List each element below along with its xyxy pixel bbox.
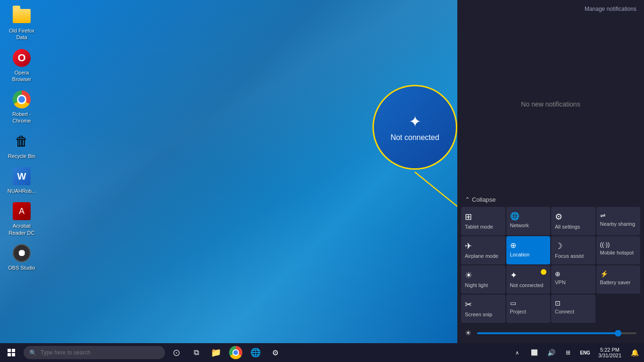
qa-tile-connect[interactable]: ⊡ Connect: [551, 295, 595, 323]
qa-label: Night light: [465, 282, 488, 288]
collapse-icon: ⌃: [465, 196, 470, 203]
desktop-icon-old-firefox-data[interactable]: Old Firefox Data: [5, 5, 39, 43]
acrobat-icon: A: [12, 202, 31, 221]
notification-icon: 🔔: [631, 349, 639, 356]
qa-tile-nearby-sharing[interactable]: ⇌ Nearby sharing: [596, 207, 641, 235]
system-tray: ∧ ⬜ 🔊 ⊞ ENG 5:22 PM 3/31/2021 🔔: [510, 343, 644, 362]
manage-notifications-link[interactable]: Manage notifications: [585, 6, 636, 12]
qa-label: Tablet mode: [465, 224, 493, 230]
qa-tile-project[interactable]: ▭ Project: [506, 295, 551, 323]
show-hidden-icons-button[interactable]: ∧: [510, 343, 525, 362]
focus-assist-icon: ☽: [555, 241, 562, 251]
taskbar-cortana-icon[interactable]: ⊙: [167, 343, 186, 362]
desktop-icon-recycle-bin[interactable]: 🗑 Recycle Bin: [5, 130, 39, 161]
airplane-mode-icon: ✈: [465, 241, 472, 251]
desktop-icon-label: OBS Studio: [8, 264, 35, 271]
desktop-icon-robert-chrome[interactable]: Robert - Chrome: [5, 88, 39, 126]
qa-label: Project: [510, 309, 526, 315]
qa-tile-vpn[interactable]: ⊕ VPN: [551, 265, 595, 294]
bluetooth-badge: [541, 269, 546, 275]
qa-label: All settings: [555, 224, 580, 230]
quick-actions-grid: ⊞ Tablet mode 🌐 Network ⚙ All settings ⇌…: [459, 207, 642, 323]
tray-icon-volume[interactable]: 🔊: [544, 343, 559, 362]
qa-tile-battery-saver[interactable]: ⚡ Battery saver: [596, 265, 641, 294]
desktop-icon-acrobat-reader[interactable]: A Acrobat Reader DC: [5, 200, 39, 238]
desktop-icon-label: Recycle Bin: [8, 153, 35, 159]
tablet-mode-icon: ⊞: [465, 212, 472, 222]
nearby-sharing-icon: ⇌: [600, 212, 606, 219]
date-text: 3/31/2021: [598, 353, 621, 358]
qa-label: Connect: [555, 309, 574, 315]
language-label: ENG: [580, 350, 590, 355]
vpn-icon: ⊕: [555, 270, 561, 278]
qa-label: Battery saver: [600, 280, 631, 286]
qa-tile-night-light[interactable]: ☀ Night light: [461, 265, 505, 294]
qa-label: Mobile hotspot: [600, 250, 634, 256]
action-center-button[interactable]: 🔔: [627, 343, 642, 362]
qa-tile-bluetooth-not-connected[interactable]: ✦ Not connected: [506, 265, 551, 294]
qa-tile-network[interactable]: 🌐 Network: [506, 207, 551, 235]
desktop-icon-label: Acrobat Reader DC: [7, 222, 37, 236]
tray-icon-language[interactable]: ENG: [578, 343, 593, 362]
brightness-slider[interactable]: [477, 332, 636, 334]
folder-icon: [12, 7, 31, 25]
battery-saver-icon: ⚡: [600, 270, 608, 278]
desktop-icon-label: Opera Browser: [7, 69, 37, 83]
taskbar-task-view-icon[interactable]: ⧉: [187, 343, 206, 362]
brightness-row: ☀: [457, 323, 644, 343]
recycle-bin-icon: 🗑: [12, 132, 31, 151]
tray-icon-network[interactable]: ⊞: [561, 343, 576, 362]
qa-tile-location[interactable]: ⊕ Location: [506, 236, 551, 264]
qa-tile-all-settings[interactable]: ⚙ All settings: [551, 207, 595, 235]
zoom-annotation-circle: ✦ Not connected: [372, 85, 457, 170]
opera-icon: O: [12, 49, 31, 67]
desktop-icon-obs-studio[interactable]: ⏺ OBS Studio: [5, 242, 39, 273]
desktop-icon-opera-browser[interactable]: O Opera Browser: [5, 47, 39, 85]
taskbar-settings-icon[interactable]: ⚙: [266, 343, 285, 362]
start-button[interactable]: [0, 343, 23, 362]
desktop: Old Firefox Data O Opera Browser Robert …: [0, 0, 457, 343]
location-icon: ⊕: [510, 241, 516, 250]
bluetooth-icon: ✦: [510, 270, 517, 280]
tray-icon-hardware[interactable]: ⬜: [527, 343, 542, 362]
collapse-button[interactable]: ⌃ Collapse: [457, 192, 644, 207]
mobile-hotspot-icon: ((·)): [600, 241, 610, 248]
action-center-header: Manage notifications: [457, 0, 644, 16]
desktop-icon-nuah-rob[interactable]: W NUAHRob...: [5, 165, 39, 196]
chrome-icon: [12, 90, 31, 109]
no-notifications-message: No new notifications: [457, 16, 644, 192]
time-text: 5:22 PM: [600, 347, 619, 353]
qa-label: Focus assist: [555, 253, 584, 259]
qa-tile-airplane-mode[interactable]: ✈ Airplane mode: [461, 236, 505, 264]
night-light-icon: ☀: [465, 270, 472, 280]
taskbar-chrome-icon[interactable]: [226, 343, 245, 362]
desktop-icon-label: Robert - Chrome: [7, 111, 37, 124]
qa-tile-focus-assist[interactable]: ☽ Focus assist: [551, 236, 595, 264]
qa-label: Not connected: [510, 282, 544, 288]
screen-snip-icon: ✂: [465, 299, 472, 310]
obs-icon: ⏺: [12, 244, 31, 263]
taskbar-file-explorer-icon[interactable]: 📁: [206, 343, 225, 362]
qa-label: Location: [510, 252, 530, 258]
qa-label: Airplane mode: [465, 253, 498, 259]
taskbar-edge-icon[interactable]: 🌐: [246, 343, 265, 362]
qa-tile-tablet-mode[interactable]: ⊞ Tablet mode: [461, 207, 505, 235]
clock-display[interactable]: 5:22 PM 3/31/2021: [594, 343, 625, 362]
annotation-arrow: [0, 0, 457, 343]
qa-label: Network: [510, 222, 529, 229]
taskbar-search-bar[interactable]: 🔍: [24, 346, 165, 359]
qa-tile-screen-snip[interactable]: ✂ Screen snip: [461, 295, 505, 323]
desktop-icons-area: Old Firefox Data O Opera Browser Robert …: [5, 5, 39, 273]
desktop-icon-label: NUAHRob...: [8, 188, 36, 194]
collapse-label: Collapse: [472, 196, 496, 203]
project-icon: ▭: [510, 299, 516, 307]
windows-logo-icon: [8, 349, 15, 356]
desktop-icon-label: Old Firefox Data: [7, 27, 37, 41]
search-input[interactable]: [41, 349, 159, 356]
qa-label: VPN: [555, 280, 566, 286]
settings-icon: ⚙: [555, 212, 562, 222]
qa-tile-mobile-hotspot[interactable]: ((·)) Mobile hotspot: [596, 236, 641, 264]
zoom-not-connected-text: Not connected: [390, 133, 439, 142]
zoom-bluetooth-icon: ✦: [409, 113, 421, 131]
brightness-icon: ☀: [465, 329, 471, 337]
